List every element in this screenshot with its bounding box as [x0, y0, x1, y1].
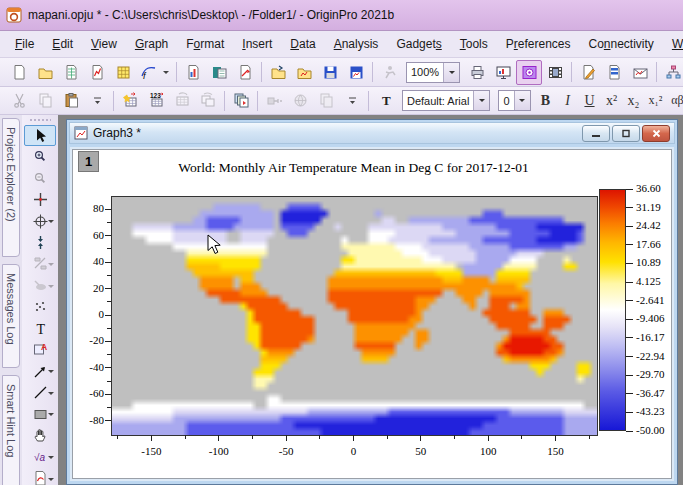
line-tool-button[interactable]: [24, 382, 56, 403]
x-axis-minor-tick: [454, 435, 455, 439]
y-axis-minor-tick: [107, 381, 111, 382]
layer-badge[interactable]: 1: [78, 151, 99, 172]
open-file-button[interactable]: [265, 60, 291, 85]
chevron-down-icon[interactable]: [514, 91, 530, 110]
world-heatmap-canvas[interactable]: [112, 197, 597, 435]
format-italic-button[interactable]: I: [557, 90, 579, 112]
mouse-cursor: [207, 234, 223, 256]
panel-tab-messages-log[interactable]: Messages Log: [2, 264, 20, 368]
new-excel-workbook-button[interactable]: [206, 60, 232, 85]
send-graph-button[interactable]: [627, 60, 653, 85]
menu-gadgets[interactable]: Gadgets: [387, 33, 450, 55]
text-style-t-button[interactable]: T: [372, 88, 398, 113]
svg-text:T: T: [36, 321, 45, 336]
close-button[interactable]: [642, 125, 670, 142]
menu-insert[interactable]: Insert: [233, 33, 281, 55]
y-axis-major-tick: [105, 394, 111, 395]
chevron-down-icon[interactable]: [473, 91, 489, 110]
open-folder-button[interactable]: [32, 60, 58, 85]
colorbar-tick-label: 10.89: [636, 256, 661, 268]
colorbar[interactable]: [599, 189, 626, 431]
graph-window-titlebar[interactable]: Graph3 *: [69, 122, 675, 144]
panel-tab-smart-hint-log[interactable]: Smart Hint Log: [2, 375, 20, 485]
restore-button[interactable]: [612, 125, 640, 142]
template-library-button[interactable]: [180, 60, 206, 85]
menu-connectivity[interactable]: Connectivity: [579, 33, 662, 55]
toolbar-options-button[interactable]: [84, 88, 110, 113]
object-edit-tool-button[interactable]: A: [24, 339, 56, 360]
new-workbook-button[interactable]: [58, 60, 84, 85]
new-project-button[interactable]: [6, 60, 32, 85]
colorbar-tick-label: -50.00: [636, 424, 664, 436]
map-plot[interactable]: [111, 196, 598, 436]
format-superscript-button[interactable]: x²: [601, 90, 623, 112]
menu-analysis[interactable]: Analysis: [325, 33, 388, 55]
minimize-button[interactable]: [582, 125, 610, 142]
new-layout-button[interactable]: [601, 60, 627, 85]
format-greek-button[interactable]: αβ: [667, 90, 683, 112]
pointer-tool-button[interactable]: [24, 125, 56, 146]
toolbar-grip[interactable]: [29, 118, 51, 123]
graph-window[interactable]: Graph3 * 1 World: Monthly Air Temperatur…: [66, 119, 678, 485]
menu-format[interactable]: Format: [177, 33, 233, 55]
y-axis-tick-label: -20: [78, 334, 104, 346]
make-movie-button[interactable]: [542, 60, 568, 85]
font-combo[interactable]: Default: Arial: [402, 90, 490, 111]
menu-file[interactable]: File: [6, 33, 43, 55]
import-wizard-button[interactable]: [117, 88, 143, 113]
project-explorer-button[interactable]: [660, 60, 683, 85]
plot-title[interactable]: World: Monthly Air Temperature Mean in D…: [111, 160, 596, 176]
x-axis-tick-label: -100: [201, 445, 237, 457]
new-graph-button[interactable]: [84, 60, 110, 85]
pan-tool-button[interactable]: [24, 425, 56, 446]
import-ascii-button[interactable]: 123: [143, 88, 169, 113]
chevron-down-icon[interactable]: [443, 63, 459, 82]
graph-page[interactable]: 1 World: Monthly Air Temperature Mean in…: [72, 149, 672, 479]
paste-button[interactable]: [58, 88, 84, 113]
menu-graph[interactable]: Graph: [126, 33, 177, 55]
colorbar-tick: [626, 319, 633, 320]
colorbar-tick-label: -9.406: [636, 312, 664, 324]
annotation-tool-button[interactable]: [24, 232, 56, 253]
menu-data[interactable]: Data: [281, 33, 324, 55]
format-subscript-button[interactable]: x₂: [623, 90, 645, 112]
sketch-tool-button[interactable]: [24, 468, 56, 485]
y-axis-minor-tick: [107, 248, 111, 249]
save-window-button[interactable]: [343, 60, 369, 85]
new-function-plot-button[interactable]: f: [136, 60, 173, 85]
zoom-combo[interactable]: 100%: [406, 62, 460, 83]
zoom-in-tool-button[interactable]: [24, 146, 56, 167]
panel-tab-project-explorer[interactable]: Project Explorer (2): [2, 118, 20, 257]
rectangle-tool-button[interactable]: [24, 403, 56, 424]
cluster-tool-button[interactable]: [24, 296, 56, 317]
menu-window[interactable]: Window: [663, 33, 683, 55]
menu-edit[interactable]: Edit: [43, 33, 82, 55]
batch-duplicate-button[interactable]: [228, 88, 254, 113]
colorbar-tick: [626, 412, 633, 413]
print-button[interactable]: [464, 60, 490, 85]
new-matrix-button[interactable]: [110, 60, 136, 85]
menu-preferences[interactable]: Preferences: [497, 33, 580, 55]
format-underline-button[interactable]: U: [579, 90, 601, 112]
digitize-image-button[interactable]: [232, 60, 258, 85]
menu-view[interactable]: View: [82, 33, 126, 55]
x-axis-major-tick: [420, 435, 421, 441]
format-bold-button[interactable]: B: [535, 90, 557, 112]
screen-reader-tool-button[interactable]: [24, 189, 56, 210]
slide-show-button[interactable]: [490, 60, 516, 85]
import-format-toolbar: 123T Default: Arial 0 BIUx²x₂x₁²αβA: [0, 87, 683, 115]
x-axis-minor-tick: [252, 435, 253, 439]
app-icon: [6, 7, 22, 23]
video-player-button[interactable]: [516, 60, 542, 85]
data-reader-tool-button[interactable]: [24, 210, 56, 231]
save-project-button[interactable]: [317, 60, 343, 85]
toolbar-options-button[interactable]: [339, 88, 365, 113]
menu-tools[interactable]: Tools: [451, 33, 497, 55]
format-subsuperscript-button[interactable]: x₁²: [645, 90, 667, 112]
text-tool-button[interactable]: T: [24, 318, 56, 339]
font-size-combo[interactable]: 0: [498, 90, 530, 111]
new-notes-button[interactable]: [575, 60, 601, 85]
open-template-button[interactable]: [291, 60, 317, 85]
arrow-tool-button[interactable]: [24, 360, 56, 381]
equation-tool-button[interactable]: √a: [24, 446, 56, 467]
